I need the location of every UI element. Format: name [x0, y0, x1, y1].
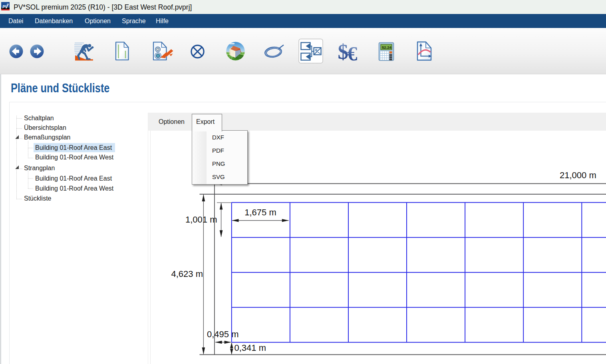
svg-text:21,000 m: 21,000 m — [560, 170, 596, 180]
svg-text:0,495 m: 0,495 m — [207, 329, 239, 339]
svg-text:4,623 m: 4,623 m — [171, 269, 203, 279]
svg-text:0,341 m: 0,341 m — [234, 343, 266, 353]
svg-text:1,001 m: 1,001 m — [185, 215, 217, 225]
svg-text:1,675 m: 1,675 m — [244, 207, 276, 217]
